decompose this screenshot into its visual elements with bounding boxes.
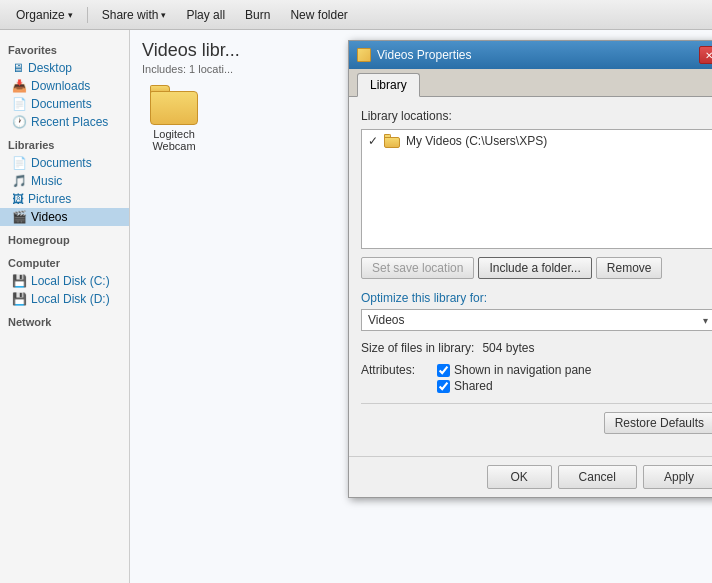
ok-button[interactable]: OK (487, 465, 552, 489)
tab-library[interactable]: Library (357, 73, 420, 97)
content-area: Videos libr... Includes: 1 locati... Log… (130, 30, 712, 583)
sidebar-item-documents-lib[interactable]: 📄 Documents (0, 154, 129, 172)
attributes-section: Attributes: Shown in navigation pane Sha… (361, 363, 712, 393)
location-item[interactable]: ✓ My Videos (C:\Users\XPS) (362, 130, 712, 152)
restore-defaults-button[interactable]: Restore Defaults (604, 412, 712, 434)
new-folder-button[interactable]: New folder (282, 6, 355, 24)
shown-in-nav-checkbox[interactable] (437, 364, 450, 377)
favorites-header: Favorites (0, 36, 129, 59)
shared-checkbox[interactable] (437, 380, 450, 393)
restore-row: Restore Defaults (361, 412, 712, 434)
attributes-label: Attributes: (361, 363, 431, 377)
location-folder-icon (384, 134, 400, 148)
videos-icon: 🎬 (12, 210, 27, 224)
optimize-dropdown[interactable]: Videos ▾ (361, 309, 712, 331)
toolbar: Organize ▾ Share with ▾ Play all Burn Ne… (0, 0, 712, 30)
optimize-section: Optimize this library for: Videos ▾ (361, 291, 712, 331)
dialog-tabs: Library (349, 69, 712, 97)
disk-c-icon: 💾 (12, 274, 27, 288)
burn-button[interactable]: Burn (237, 6, 278, 24)
shown-in-nav-row: Shown in navigation pane (437, 363, 591, 377)
attributes-checkboxes: Shown in navigation pane Shared (437, 363, 591, 393)
set-save-location-button[interactable]: Set save location (361, 257, 474, 279)
computer-header: Computer (0, 249, 129, 272)
folder-body (150, 91, 198, 125)
dialog-footer: OK Cancel Apply (349, 456, 712, 497)
dropdown-arrow-icon: ▾ (703, 315, 708, 326)
organize-button[interactable]: Organize ▾ (8, 6, 81, 24)
main-layout: Favorites 🖥 Desktop 📥 Downloads 📄 Docume… (0, 30, 712, 583)
network-header: Network (0, 308, 129, 331)
sidebar-item-pictures[interactable]: 🖼 Pictures (0, 190, 129, 208)
cancel-button[interactable]: Cancel (558, 465, 637, 489)
sidebar-item-local-disk-c[interactable]: 💾 Local Disk (C:) (0, 272, 129, 290)
apply-button[interactable]: Apply (643, 465, 712, 489)
dialog-close-button[interactable]: ✕ (699, 46, 712, 64)
file-size-value: 504 bytes (482, 341, 534, 355)
shared-row: Shared (437, 379, 591, 393)
sidebar: Favorites 🖥 Desktop 📥 Downloads 📄 Docume… (0, 30, 130, 583)
recent-places-icon: 🕐 (12, 115, 27, 129)
documents-lib-icon: 📄 (12, 156, 27, 170)
play-all-button[interactable]: Play all (178, 6, 233, 24)
remove-button[interactable]: Remove (596, 257, 663, 279)
divider (361, 403, 712, 404)
dialog-titlebar: Videos Properties ✕ (349, 41, 712, 69)
sidebar-item-downloads[interactable]: 📥 Downloads (0, 77, 129, 95)
sidebar-item-recent-places[interactable]: 🕐 Recent Places (0, 113, 129, 131)
downloads-icon: 📥 (12, 79, 27, 93)
organize-chevron-icon: ▾ (68, 10, 73, 20)
checkmark-icon: ✓ (368, 134, 378, 148)
disk-d-icon: 💾 (12, 292, 27, 306)
shown-in-nav-label: Shown in navigation pane (454, 363, 591, 377)
sidebar-item-desktop[interactable]: 🖥 Desktop (0, 59, 129, 77)
libraries-header: Libraries (0, 131, 129, 154)
optimize-value: Videos (368, 313, 404, 327)
library-locations-list: ✓ My Videos (C:\Users\XPS) (361, 129, 712, 249)
file-size-row: Size of files in library: 504 bytes (361, 341, 712, 355)
sidebar-item-music[interactable]: 🎵 Music (0, 172, 129, 190)
homegroup-header: Homegroup (0, 226, 129, 249)
folder-large-icon (150, 85, 198, 125)
sidebar-item-local-disk-d[interactable]: 💾 Local Disk (D:) (0, 290, 129, 308)
dialog-title: Videos Properties (377, 48, 472, 62)
documents-fav-icon: 📄 (12, 97, 27, 111)
library-locations-label: Library locations: (361, 109, 712, 123)
toolbar-separator (87, 7, 88, 23)
shared-label: Shared (454, 379, 493, 393)
folder-label: LogitechWebcam (152, 128, 195, 152)
desktop-icon: 🖥 (12, 61, 24, 75)
file-size-label: Size of files in library: (361, 341, 474, 355)
location-buttons: Set save location Include a folder... Re… (361, 257, 712, 279)
music-icon: 🎵 (12, 174, 27, 188)
sidebar-item-videos[interactable]: 🎬 Videos (0, 208, 129, 226)
location-path: My Videos (C:\Users\XPS) (406, 134, 547, 148)
include-folder-button[interactable]: Include a folder... (478, 257, 591, 279)
sidebar-item-documents-fav[interactable]: 📄 Documents (0, 95, 129, 113)
share-with-button[interactable]: Share with ▾ (94, 6, 175, 24)
pictures-icon: 🖼 (12, 192, 24, 206)
optimize-label: Optimize this library for: (361, 291, 712, 305)
folder-item-logitech[interactable]: LogitechWebcam (142, 85, 206, 152)
videos-properties-dialog: Videos Properties ✕ Library Library loca… (348, 40, 712, 498)
dialog-body: Library locations: ✓ My Videos (C:\Users… (349, 97, 712, 456)
dialog-folder-icon (357, 48, 371, 62)
share-chevron-icon: ▾ (161, 10, 166, 20)
